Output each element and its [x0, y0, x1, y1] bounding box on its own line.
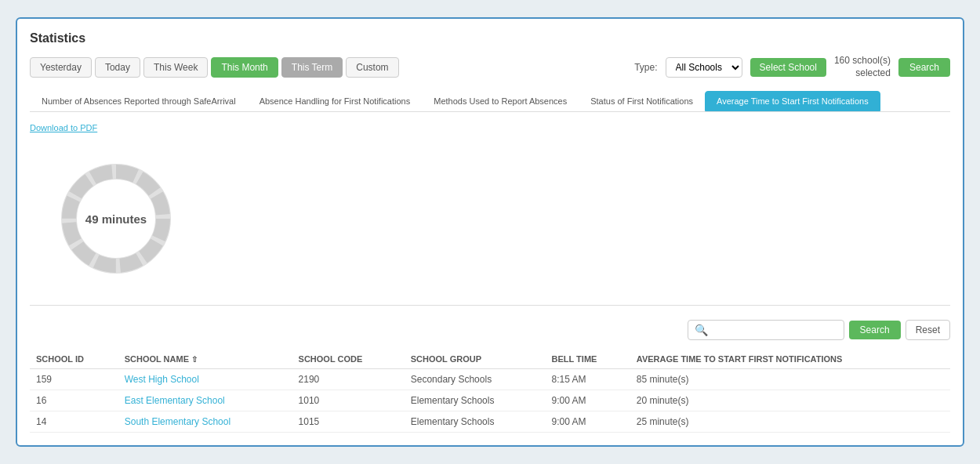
tab-avg-time[interactable]: Average Time to Start First Notification… [705, 91, 880, 111]
table-search-row: 🔍 Search Reset [30, 314, 950, 340]
cell-school-name: West High School [118, 368, 292, 390]
page-title: Statistics [30, 31, 950, 45]
search-icon: 🔍 [695, 324, 708, 336]
cell-avg-time: 20 minute(s) [630, 390, 950, 411]
col-avg-time: AVERAGE TIME TO START FIRST NOTIFICATION… [630, 350, 950, 369]
tab-methods-used[interactable]: Methods Used to Report Absences [422, 91, 579, 111]
cell-school-group: Elementary Schools [405, 411, 546, 432]
filter-right: Type: All Schools Select School 160 scho… [634, 55, 950, 79]
school-name-link[interactable]: West High School [125, 374, 199, 385]
cell-school-group: Secondary Schools [405, 368, 546, 390]
section-divider [30, 305, 950, 306]
filter-this-week[interactable]: This Week [143, 57, 208, 78]
school-name-link[interactable]: East Elementary School [125, 395, 225, 406]
col-school-code: SCHOOL CODE [292, 350, 405, 369]
statistics-table: SCHOOL ID SCHOOL NAME ⇧ SCHOOL CODE SCHO… [30, 350, 950, 433]
sort-icon[interactable]: ⇧ [191, 355, 198, 364]
cell-bell-time: 9:00 AM [546, 390, 630, 411]
col-bell-time: BELL TIME [546, 350, 630, 369]
school-name-link[interactable]: South Elementary School [125, 416, 230, 427]
select-school-button[interactable]: Select School [750, 58, 826, 77]
table-row: 14 South Elementary School 1015 Elementa… [30, 411, 950, 432]
tab-absences-reported[interactable]: Number of Absences Reported through Safe… [30, 91, 248, 111]
type-select[interactable]: All Schools [666, 57, 742, 78]
col-school-group: SCHOOL GROUP [405, 350, 546, 369]
cell-school-code: 2190 [292, 368, 405, 390]
search-input[interactable] [711, 324, 837, 335]
statistics-panel: Statistics Yesterday Today This Week Thi… [16, 17, 964, 446]
table-row: 159 West High School 2190 Secondary Scho… [30, 368, 950, 390]
filter-this-term[interactable]: This Term [281, 57, 343, 78]
tabs-bar: Number of Absences Reported through Safe… [30, 91, 950, 112]
donut-center-label: 49 minutes [85, 212, 147, 225]
table-search-button[interactable]: Search [849, 321, 901, 339]
filter-bar: Yesterday Today This Week This Month Thi… [30, 55, 950, 79]
filter-today[interactable]: Today [95, 57, 140, 78]
cell-avg-time: 85 minute(s) [630, 368, 950, 390]
type-label: Type: [634, 62, 657, 73]
filter-yesterday[interactable]: Yesterday [30, 57, 92, 78]
tab-status-notifications[interactable]: Status of First Notifications [579, 91, 705, 111]
filter-custom[interactable]: Custom [346, 57, 398, 78]
cell-school-id: 16 [30, 390, 118, 411]
filter-this-month[interactable]: This Month [211, 57, 278, 78]
col-school-id: SCHOOL ID [30, 350, 118, 369]
search-input-wrapper: 🔍 [688, 320, 844, 340]
cell-bell-time: 8:15 AM [546, 368, 630, 390]
cell-school-code: 1015 [292, 411, 405, 432]
school-count: 160 school(s) selected [834, 55, 891, 79]
search-top-button[interactable]: Search [898, 58, 950, 77]
cell-school-name: South Elementary School [118, 411, 292, 432]
filter-buttons: Yesterday Today This Week This Month Thi… [30, 57, 399, 78]
cell-bell-time: 9:00 AM [546, 411, 630, 432]
cell-school-code: 1010 [292, 390, 405, 411]
chart-area: 49 minutes [30, 140, 950, 297]
donut-chart: 49 minutes [53, 156, 179, 281]
cell-school-name: East Elementary School [118, 390, 292, 411]
download-pdf-link[interactable]: Download to PDF [30, 123, 97, 132]
cell-school-id: 159 [30, 368, 118, 390]
tab-absence-handling[interactable]: Absence Handling for First Notifications [248, 91, 423, 111]
cell-school-group: Elementary Schools [405, 390, 546, 411]
cell-school-id: 14 [30, 411, 118, 432]
col-school-name: SCHOOL NAME ⇧ [118, 350, 292, 369]
cell-avg-time: 25 minute(s) [630, 411, 950, 432]
table-reset-button[interactable]: Reset [906, 320, 950, 340]
table-row: 16 East Elementary School 1010 Elementar… [30, 390, 950, 411]
